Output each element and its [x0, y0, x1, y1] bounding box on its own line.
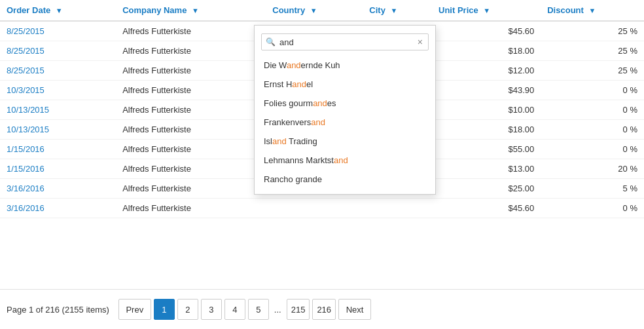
filter-option[interactable]: Island Trading — [255, 132, 435, 151]
filter-icon-discount[interactable]: ▼ — [588, 7, 596, 14]
cell-price: $10.00 — [432, 100, 541, 120]
cell-discount: 0 % — [541, 100, 644, 120]
cell-discount: 0 % — [541, 199, 644, 218]
cell-company: Alfreds Futterkiste — [116, 100, 266, 120]
cell-discount: 0 % — [541, 140, 644, 159]
col-unit-price-label: Unit Price — [438, 5, 478, 15]
cell-date: 8/25/2015 — [0, 21, 116, 41]
filter-option[interactable]: Rancho grande — [255, 170, 435, 189]
cell-company: Alfreds Futterkiste — [116, 61, 266, 81]
cell-discount: 0 % — [541, 81, 644, 100]
table-header-row: Order Date ▼ Company Name ▼ Country ▼ Ci… — [0, 0, 644, 21]
page-button-1[interactable]: 1 — [154, 299, 175, 320]
filter-options-list: Die Wandernde KuhErnst HandelFolies gour… — [255, 56, 435, 189]
next-button[interactable]: Next — [338, 299, 371, 320]
table-row: 3/16/2016 Alfreds Futterkiste $45.60 0 % — [0, 199, 644, 218]
filter-option[interactable]: Folies gourmandes — [255, 94, 435, 113]
highlight: and — [311, 117, 325, 127]
cell-date: 10/13/2015 — [0, 100, 116, 120]
cell-company: Alfreds Futterkiste — [116, 199, 266, 218]
col-order-date: Order Date ▼ — [0, 0, 116, 21]
cell-discount: 25 % — [541, 21, 644, 41]
col-order-date-label: Order Date — [7, 5, 50, 15]
filter-icon-unit-price[interactable]: ▼ — [483, 7, 490, 14]
filter-clear-button[interactable]: × — [416, 37, 424, 47]
cell-date: 8/25/2015 — [0, 61, 116, 81]
cell-company: Alfreds Futterkiste — [116, 179, 266, 199]
prev-button[interactable]: Prev — [118, 299, 151, 320]
filter-icon-order-date[interactable]: ▼ — [56, 7, 63, 14]
cell-date: 8/25/2015 — [0, 41, 116, 61]
filter-option[interactable]: Die Wandernde Kuh — [255, 56, 435, 75]
cell-company: Alfreds Futterkiste — [116, 21, 266, 41]
cell-price: $13.00 — [432, 159, 541, 179]
page-button-3[interactable]: 3 — [201, 299, 222, 320]
cell-country — [266, 199, 363, 218]
col-discount: Discount ▼ — [541, 0, 644, 21]
highlight: and — [313, 98, 327, 108]
cell-price: $25.00 — [432, 179, 541, 199]
col-company-name-label: Company Name — [122, 5, 187, 15]
pagination-info: Page 1 of 216 (2155 items) — [7, 305, 109, 315]
cell-company: Alfreds Futterkiste — [116, 41, 266, 61]
col-country: Country ▼ — [266, 0, 363, 21]
highlight: and — [287, 60, 301, 70]
cell-date: 10/3/2015 — [0, 81, 116, 100]
cell-date: 3/16/2016 — [0, 179, 116, 199]
cell-price: $18.00 — [432, 41, 541, 61]
cell-discount: 25 % — [541, 61, 644, 81]
page-ellipsis: ... — [272, 305, 284, 315]
filter-search-wrap: 🔍 × — [261, 33, 429, 50]
col-unit-price: Unit Price ▼ — [432, 0, 541, 21]
cell-discount: 0 % — [541, 120, 644, 140]
search-icon: 🔍 — [266, 37, 276, 47]
cell-company: Alfreds Futterkiste — [116, 120, 266, 140]
highlight: and — [292, 79, 306, 89]
cell-date: 1/15/2016 — [0, 159, 116, 179]
cell-city — [363, 199, 432, 218]
filter-icon-company-name[interactable]: ▼ — [192, 7, 199, 14]
col-city: City ▼ — [363, 0, 432, 21]
filter-icon-city[interactable]: ▼ — [391, 7, 398, 14]
filter-option[interactable]: Lehmanns Marktstand — [255, 151, 435, 170]
cell-company: Alfreds Futterkiste — [116, 81, 266, 100]
grid-container: Order Date ▼ Company Name ▼ Country ▼ Ci… — [0, 0, 644, 329]
cell-price: $43.90 — [432, 81, 541, 100]
filter-icon-country[interactable]: ▼ — [310, 7, 317, 14]
highlight: and — [272, 136, 287, 146]
filter-option[interactable]: Frankenversand — [255, 113, 435, 132]
col-country-label: Country — [272, 5, 305, 15]
page-button-215[interactable]: 215 — [287, 299, 310, 320]
col-city-label: City — [369, 5, 385, 15]
highlight: and — [334, 155, 348, 165]
cell-discount: 25 % — [541, 41, 644, 61]
cell-price: $45.60 — [432, 199, 541, 218]
filter-option[interactable]: Ernst Handel — [255, 75, 435, 94]
cell-discount: 5 % — [541, 179, 644, 199]
cell-price: $55.00 — [432, 140, 541, 159]
pagination-bar: Page 1 of 216 (2155 items) Prev 1 2 3 4 … — [0, 289, 644, 329]
page-button-5[interactable]: 5 — [248, 299, 269, 320]
cell-price: $12.00 — [432, 61, 541, 81]
page-button-216[interactable]: 216 — [312, 299, 336, 320]
page-button-2[interactable]: 2 — [177, 299, 198, 320]
filter-dropdown: 🔍 × Die Wandernde KuhErnst HandelFolies … — [254, 25, 436, 195]
page-button-4[interactable]: 4 — [224, 299, 245, 320]
cell-company: Alfreds Futterkiste — [116, 159, 266, 179]
col-discount-label: Discount — [547, 5, 584, 15]
cell-date: 10/13/2015 — [0, 120, 116, 140]
cell-company: Alfreds Futterkiste — [116, 140, 266, 159]
cell-date: 1/15/2016 — [0, 140, 116, 159]
cell-price: $18.00 — [432, 120, 541, 140]
filter-search-input[interactable] — [279, 37, 416, 47]
col-company-name: Company Name ▼ — [116, 0, 266, 21]
cell-price: $45.60 — [432, 21, 541, 41]
cell-date: 3/16/2016 — [0, 199, 116, 218]
cell-discount: 20 % — [541, 159, 644, 179]
